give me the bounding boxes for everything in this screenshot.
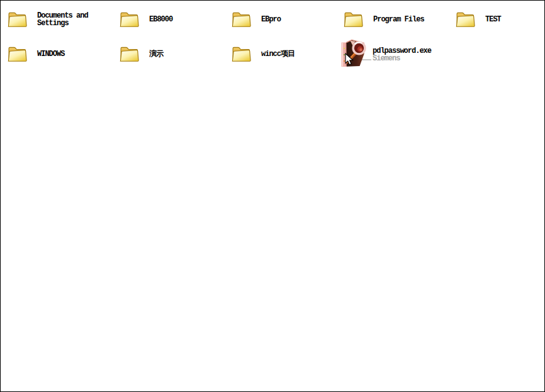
- file-label: wincc项目: [261, 50, 295, 58]
- file-tile-program-files[interactable]: Program Files: [343, 8, 424, 31]
- folder-icon: [119, 9, 140, 30]
- file-label: EBpro: [261, 16, 281, 23]
- folder-icon: [231, 9, 252, 30]
- folder-icon: [343, 9, 364, 30]
- file-tile-windows[interactable]: WINDOWS: [7, 43, 64, 65]
- folder-icon: [231, 44, 252, 65]
- file-label: Program Files: [373, 16, 424, 23]
- file-explorer-content-area: Documents and Settings EB8000 EBpro Prog…: [0, 0, 545, 392]
- file-label: TEST: [485, 16, 501, 23]
- file-tile-ebpro[interactable]: EBpro: [231, 8, 281, 31]
- folder-icon: [119, 44, 140, 65]
- file-label: Documents and Settings: [37, 12, 98, 27]
- file-label: WINDOWS: [37, 50, 64, 58]
- pdlpassword-app-icon: [339, 38, 371, 68]
- file-tile-yanshi[interactable]: 演示: [119, 43, 163, 65]
- file-sublabel: Siemens: [373, 55, 431, 63]
- file-tile-documents-and-settings[interactable]: Documents and Settings: [7, 8, 98, 31]
- file-tile-test[interactable]: TEST: [455, 8, 501, 31]
- file-tile-wincc-project[interactable]: wincc项目: [231, 43, 295, 65]
- file-label: 演示: [149, 50, 163, 58]
- folder-icon: [7, 44, 28, 65]
- file-tile-pdlpassword-exe[interactable]: pdlpassword.exe Siemens: [339, 38, 431, 68]
- folder-icon: [7, 9, 28, 30]
- file-tile-eb8000[interactable]: EB8000: [119, 8, 172, 31]
- folder-icon: [455, 9, 476, 30]
- file-label: EB8000: [149, 16, 172, 23]
